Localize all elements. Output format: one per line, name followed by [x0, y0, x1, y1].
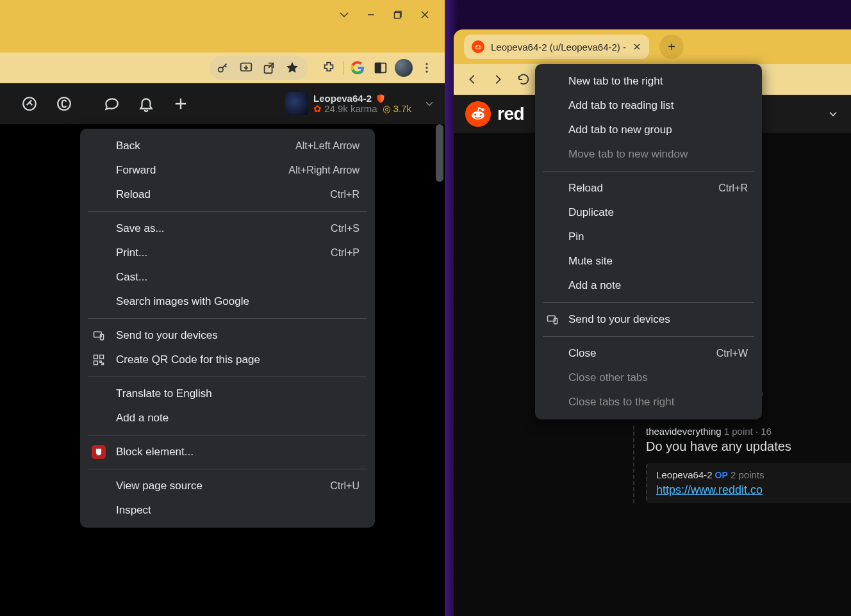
user-menu[interactable]: Leopeva64-2 ✿ 24.9k karma ◎ 3.7k: [285, 92, 436, 115]
page-context-menu: BackAlt+Left Arrow ForwardAlt+Right Arro…: [80, 129, 375, 528]
menu-add-reading-list[interactable]: Add tab to reading list: [535, 93, 762, 118]
menu-view-source[interactable]: View page sourceCtrl+U: [80, 474, 375, 498]
share-page-icon[interactable]: [262, 61, 276, 75]
menu-back[interactable]: BackAlt+Left Arrow: [80, 134, 375, 158]
qr-icon: [92, 353, 106, 367]
menu-duplicate[interactable]: Duplicate: [535, 200, 762, 225]
svg-rect-6: [376, 63, 381, 73]
google-account-icon[interactable]: [346, 56, 369, 79]
reddit-logo-icon[interactable]: [465, 101, 491, 127]
chevron-down-icon[interactable]: [827, 108, 839, 120]
menu-mute-site[interactable]: Mute site: [535, 249, 762, 273]
menu-create-qr[interactable]: Create QR Code for this page: [80, 348, 375, 372]
menu-translate[interactable]: Translate to English: [80, 382, 375, 406]
menu-close-other: Close other tabs: [535, 366, 762, 390]
comment: theavideverything 1 point · 16 Do you ha…: [633, 426, 851, 503]
nested-comment: Leopeva64-2OP 2 points https://www.reddi…: [646, 463, 851, 503]
browser-tab[interactable]: Leopeva64-2 (u/Leopeva64-2) -: [464, 35, 649, 59]
menu-tab-reload[interactable]: ReloadCtrl+R: [535, 176, 762, 200]
tab-context-menu: New tab to the right Add tab to reading …: [535, 64, 762, 419]
coins-value: 3.7k: [393, 104, 411, 115]
menu-add-note[interactable]: Add a note: [80, 406, 375, 430]
ublock-icon: [92, 445, 106, 459]
menu-forward[interactable]: ForwardAlt+Right Arrow: [80, 158, 375, 182]
install-icon[interactable]: [239, 61, 253, 75]
minimize-button[interactable]: [358, 3, 384, 26]
scrollbar-thumb[interactable]: [436, 124, 443, 182]
menu-add-to-group[interactable]: Add tab to new group: [535, 118, 762, 142]
popular-icon[interactable]: [18, 92, 41, 115]
svg-point-18: [479, 46, 480, 47]
comment-text: Do you have any updates: [646, 439, 851, 454]
devices-icon: [545, 312, 559, 327]
reload-button[interactable]: [511, 67, 536, 92]
tab-close-icon[interactable]: [632, 42, 641, 51]
svg-point-2: [219, 67, 223, 72]
svg-point-22: [480, 113, 482, 115]
nested-link[interactable]: https://www.reddit.co: [656, 483, 763, 496]
comment-username[interactable]: theavideverything: [646, 426, 722, 437]
menu-close-tab[interactable]: CloseCtrl+W: [535, 341, 762, 366]
maximize-button[interactable]: [384, 3, 411, 26]
menu-send-devices[interactable]: Send to your devices: [80, 323, 375, 348]
toolbar-left: [0, 53, 445, 83]
user-avatar-icon: [285, 92, 308, 115]
menu-tab-send-devices[interactable]: Send to your devices: [535, 307, 762, 332]
side-panel-button[interactable]: [369, 56, 392, 79]
shield-icon: [376, 93, 386, 104]
svg-rect-25: [554, 318, 558, 323]
menu-cast[interactable]: Cast...: [80, 265, 375, 289]
menu-save-as[interactable]: Save as...Ctrl+S: [80, 216, 375, 241]
svg-point-19: [475, 45, 481, 49]
svg-rect-14: [94, 355, 98, 359]
menu-close-right: Close tabs to the right: [535, 390, 762, 414]
svg-point-17: [476, 46, 477, 47]
menu-new-tab-right[interactable]: New tab to the right: [535, 69, 762, 93]
tab-strip-left: [0, 29, 445, 53]
coin-icon[interactable]: [53, 92, 76, 115]
tab-strip-right: Leopeva64-2 (u/Leopeva64-2) - +: [454, 29, 851, 64]
close-window-button[interactable]: [411, 3, 438, 26]
forward-button[interactable]: [486, 67, 510, 92]
devices-icon: [92, 328, 106, 343]
reddit-header-left: Leopeva64-2 ✿ 24.9k karma ◎ 3.7k: [0, 83, 445, 124]
svg-point-21: [474, 113, 476, 115]
svg-point-7: [426, 63, 427, 65]
username-label: Leopeva64-2: [313, 93, 372, 104]
extensions-button[interactable]: [317, 56, 340, 79]
bookmark-star-icon[interactable]: [285, 61, 299, 75]
svg-point-11: [58, 97, 70, 110]
chat-icon[interactable]: [100, 92, 123, 115]
back-button[interactable]: [460, 67, 484, 92]
new-tab-button[interactable]: +: [659, 35, 684, 59]
menu-inspect[interactable]: Inspect: [80, 498, 375, 523]
svg-point-9: [426, 70, 427, 72]
svg-rect-15: [100, 355, 104, 359]
key-icon[interactable]: [216, 61, 230, 75]
svg-point-10: [23, 97, 36, 110]
menu-pin[interactable]: Pin: [535, 225, 762, 249]
menu-search-images[interactable]: Search images with Google: [80, 289, 375, 314]
tab-title: Leopeva64-2 (u/Leopeva64-2) -: [491, 42, 626, 53]
reddit-wordmark: red: [497, 104, 524, 124]
svg-rect-13: [101, 334, 104, 339]
menu-print[interactable]: Print...Ctrl+P: [80, 241, 375, 265]
coin-badge-icon: ◎: [383, 104, 391, 115]
notifications-icon[interactable]: [135, 92, 158, 115]
nested-username[interactable]: Leopeva64-2: [656, 469, 713, 480]
titlebar-dropdown-icon[interactable]: [331, 3, 358, 26]
menu-reload[interactable]: ReloadCtrl+R: [80, 182, 375, 207]
omnibox-actions: [210, 56, 308, 80]
svg-rect-4: [265, 65, 272, 73]
menu-block-element[interactable]: Block element...: [80, 440, 375, 464]
svg-point-8: [426, 67, 427, 69]
karma-value: 24.9k karma: [324, 104, 377, 115]
menu-tab-add-note[interactable]: Add a note: [535, 273, 762, 298]
reddit-favicon: [472, 40, 484, 53]
chrome-menu-button[interactable]: [415, 56, 438, 79]
create-post-icon[interactable]: [169, 92, 192, 115]
karma-gear-icon: ✿: [313, 104, 322, 115]
menu-move-to-window: Move tab to new window: [535, 142, 762, 166]
profile-avatar[interactable]: [392, 56, 415, 79]
svg-rect-1: [395, 13, 401, 19]
